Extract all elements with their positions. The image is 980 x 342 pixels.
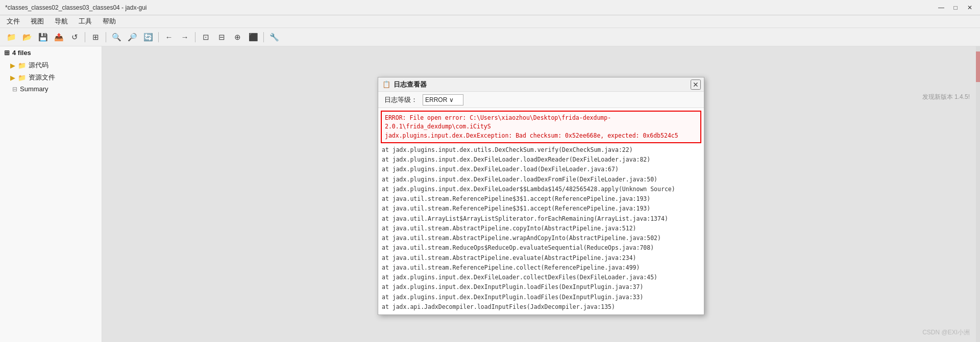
- toolbar-separator-5: [263, 32, 264, 42]
- refresh-icon[interactable]: 🔄: [141, 30, 155, 44]
- log-line-7: at java.util.ArrayList$ArrayListSplitera…: [381, 214, 701, 224]
- log-level-label: 日志等级：: [384, 95, 418, 104]
- reload-icon[interactable]: ↺: [67, 30, 82, 44]
- menu-item-工具[interactable]: 工具: [75, 16, 96, 27]
- dialog-close-button[interactable]: ✕: [691, 80, 701, 90]
- search2-icon[interactable]: 🔎: [125, 30, 139, 44]
- log-line-10: at java.util.stream.ReduceOps$ReduceOp.e…: [381, 243, 701, 253]
- log-line-15: at jadx.plugins.input.dex.DexInputPlugin…: [381, 293, 701, 302]
- log-line-6: at java.util.stream.ReferencePipeline$3$…: [381, 204, 701, 214]
- log-line-16: at jadx.api.JadxDecompiler.loadInputFile…: [381, 302, 701, 312]
- log-line-0: at jadx.plugins.input.dex.utils.DexCheck…: [381, 145, 701, 155]
- sidebar: ⊞ 4 files ▶ 📁 源代码 ▶ 📁 资源文件 ⊟ Summary: [0, 46, 102, 342]
- log-level-value: ERROR: [425, 96, 447, 103]
- log-line-1: at jadx.plugins.input.dex.DexFileLoader.…: [381, 155, 701, 165]
- open-file-icon[interactable]: 📂: [20, 30, 34, 44]
- dialog-content[interactable]: ERROR: File open error: C:\Users\xiaozho…: [378, 108, 704, 314]
- sidebar-item-label-resources: 资源文件: [29, 73, 55, 82]
- title-bar: *classes_classes02_classes03_classes04 -…: [0, 0, 980, 15]
- modal-overlay: 📋 日志查看器 ✕ 日志等级： ERROR ∨ ERROR: F: [102, 46, 980, 342]
- open-folder-icon[interactable]: 📁: [4, 30, 18, 44]
- sidebar-item-label-summary: Summary: [20, 85, 48, 93]
- log-line-5: at java.util.stream.ReferencePipeline$3$…: [381, 194, 701, 204]
- log-line-13: at jadx.plugins.input.dex.DexFileLoader.…: [381, 273, 701, 282]
- log-line-9: at java.util.stream.AbstractPipeline.wra…: [381, 233, 701, 243]
- dropdown-arrow-icon: ∨: [449, 96, 454, 103]
- log-line-3: at jadx.plugins.input.dex.DexFileLoader.…: [381, 175, 701, 185]
- toolbar-separator-3: [158, 32, 159, 42]
- log-line-12: at java.util.stream.ReferencePipeline.co…: [381, 263, 701, 273]
- sidebar-item-sourcecode[interactable]: ▶ 📁 源代码: [0, 59, 102, 71]
- dialog-toolbar: 日志等级： ERROR ∨: [378, 92, 704, 108]
- main-layout: ⊞ 4 files ▶ 📁 源代码 ▶ 📁 资源文件 ⊟ Summary 发现新…: [0, 46, 980, 342]
- log-line-2: at jadx.plugins.input.dex.DexFileLoader.…: [381, 165, 701, 174]
- back-icon[interactable]: ←: [162, 30, 176, 44]
- menu-bar: 文件视图导航工具帮助: [0, 15, 980, 28]
- settings-icon[interactable]: 🔧: [267, 30, 281, 44]
- toolbar-separator-2: [106, 32, 106, 42]
- grid-icon[interactable]: ⊞: [88, 30, 103, 44]
- toolbar-separator-4: [195, 32, 195, 42]
- log-lines-container: at jadx.plugins.input.dex.utils.DexCheck…: [381, 145, 701, 312]
- dialog-title-text: 日志查看器: [394, 80, 427, 89]
- folder-expand-icon-2: ▶: [10, 74, 15, 82]
- log-level-select[interactable]: ERROR ∨: [423, 94, 463, 106]
- log-line-11: at java.util.stream.AbstractPipeline.eva…: [381, 253, 701, 263]
- content-area: 发现新版本 1.4.5! CSDN @EXI小洲 📋 日志查看器 ✕ 日志等级：: [102, 46, 980, 342]
- menu-item-文件[interactable]: 文件: [3, 16, 24, 27]
- toolbar: 📁 📂 💾 📤 ↺ ⊞ 🔍 🔎 🔄 ← → ⊡ ⊟ ⊕ ⬛ 🔧: [0, 28, 980, 46]
- title-text: *classes_classes02_classes03_classes04 -…: [5, 4, 146, 11]
- close-button[interactable]: ✕: [965, 3, 975, 13]
- log-line-4: at jadx.plugins.input.dex.DexFileLoader$…: [381, 185, 701, 194]
- error-line-1: ERROR: File open error: C:\Users\xiaozho…: [385, 114, 697, 131]
- log-line-14: at jadx.plugins.input.dex.DexInputPlugin…: [381, 282, 701, 292]
- sidebar-root: ⊞ 4 files: [0, 46, 102, 59]
- folder-icon-2: 📁: [18, 74, 26, 82]
- folder-expand-icon: ▶: [10, 62, 15, 69]
- summary-icon: ⊟: [12, 86, 17, 93]
- menu-item-导航[interactable]: 导航: [51, 16, 72, 27]
- window-controls: — □ ✕: [936, 3, 975, 13]
- sidebar-item-summary[interactable]: ⊟ Summary: [0, 84, 102, 94]
- files-icon: ⊞: [4, 49, 10, 57]
- decompile-icon[interactable]: ⊟: [214, 30, 229, 44]
- sidebar-item-label-sourcecode: 源代码: [29, 61, 48, 70]
- dialog-title-icon: 📋: [382, 81, 390, 88]
- minimize-button[interactable]: —: [936, 3, 946, 13]
- sidebar-root-label: 4 files: [12, 49, 31, 57]
- save-icon[interactable]: 💾: [36, 30, 50, 44]
- folder-icon: 📁: [18, 62, 26, 69]
- error-highlight-box: ERROR: File open error: C:\Users\xiaozho…: [381, 111, 701, 143]
- forward-icon[interactable]: →: [178, 30, 192, 44]
- sidebar-item-resources[interactable]: ▶ 📁 资源文件: [0, 71, 102, 84]
- find-icon[interactable]: ⊡: [199, 30, 213, 44]
- toolbar-separator-1: [85, 32, 85, 42]
- stop-icon[interactable]: ⬛: [246, 30, 260, 44]
- error-line-2: jadx.plugins.input.dex.DexException: Bad…: [385, 131, 697, 140]
- menu-item-帮助[interactable]: 帮助: [99, 16, 120, 27]
- dialog-titlebar: 📋 日志查看器 ✕: [378, 77, 704, 92]
- log-line-8: at java.util.stream.AbstractPipeline.cop…: [381, 224, 701, 233]
- menu-item-视图[interactable]: 视图: [27, 16, 48, 27]
- convert-icon[interactable]: ⊕: [230, 30, 244, 44]
- export-icon[interactable]: 📤: [52, 30, 66, 44]
- search-icon[interactable]: 🔍: [109, 30, 124, 44]
- maximize-button[interactable]: □: [950, 3, 961, 13]
- log-viewer-dialog: 📋 日志查看器 ✕ 日志等级： ERROR ∨ ERROR: F: [378, 77, 704, 315]
